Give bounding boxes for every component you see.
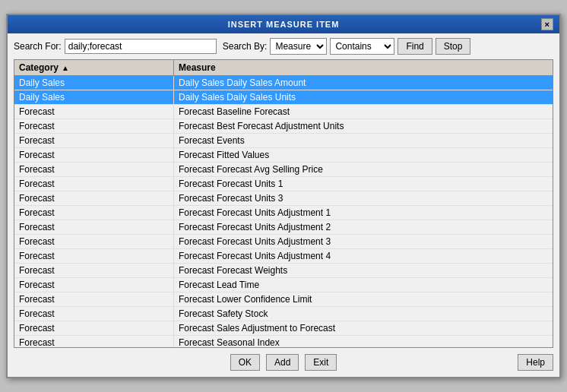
dialog-title: Insert Measure Item	[26, 20, 541, 29]
measure-cell: Forecast Lower Confidence Limit	[174, 292, 553, 306]
category-cell: Forecast	[14, 235, 174, 248]
category-cell: Forecast	[14, 278, 174, 292]
measure-cell: Forecast Forecast Units Adjustment 2	[174, 220, 553, 234]
measure-table: Category ▲ Measure Daily SalesDaily Sale…	[14, 59, 553, 348]
category-cell: Forecast	[14, 292, 174, 306]
category-cell: Forecast	[14, 191, 174, 205]
measure-cell: Forecast Best Forecast Adjustment Units	[174, 119, 553, 133]
category-cell: Forecast	[14, 249, 174, 263]
search-by-label: Search By:	[223, 41, 268, 52]
measure-cell: Forecast Forecast Units 3	[174, 191, 553, 205]
add-button[interactable]: Add	[266, 354, 299, 371]
find-button[interactable]: Find	[398, 38, 432, 55]
category-cell: Forecast	[14, 206, 174, 220]
measure-cell: Forecast Forecast Units Adjustment 4	[174, 249, 553, 263]
table-row[interactable]: ForecastForecast Lead Time	[14, 278, 553, 292]
close-button[interactable]: ×	[541, 18, 553, 30]
table-row[interactable]: ForecastForecast Forecast Units Adjustme…	[14, 220, 553, 235]
stop-button[interactable]: Stop	[436, 38, 471, 55]
table-row[interactable]: ForecastForecast Forecast Units Adjustme…	[14, 206, 553, 220]
table-row[interactable]: Daily SalesDaily Sales Daily Sales Units	[14, 90, 553, 105]
category-cell: Forecast	[14, 105, 174, 119]
category-cell: Forecast	[14, 220, 174, 234]
sort-arrow-icon: ▲	[62, 64, 69, 72]
category-cell: Forecast	[14, 336, 174, 347]
measure-cell: Forecast Baseline Forecast	[174, 105, 553, 119]
measure-cell: Daily Sales Daily Sales Amount	[174, 76, 553, 90]
category-cell: Forecast	[14, 307, 174, 321]
table-row[interactable]: ForecastForecast Forecast Units Adjustme…	[14, 235, 553, 249]
measure-cell: Forecast Fitted Values	[174, 148, 553, 162]
measure-column-header: Measure	[174, 60, 553, 75]
contains-select[interactable]: Contains Starts With Exact	[330, 38, 394, 55]
category-cell: Daily Sales	[14, 90, 174, 104]
measure-cell: Forecast Forecast Units 1	[174, 177, 553, 191]
table-row[interactable]: Daily SalesDaily Sales Daily Sales Amoun…	[14, 76, 553, 90]
measure-cell: Forecast Forecast Units Adjustment 3	[174, 235, 553, 248]
ok-button[interactable]: OK	[230, 354, 260, 371]
help-button[interactable]: Help	[518, 354, 553, 371]
category-cell: Forecast	[14, 148, 174, 162]
category-cell: Forecast	[14, 119, 174, 133]
table-body[interactable]: Daily SalesDaily Sales Daily Sales Amoun…	[14, 76, 553, 347]
measure-cell: Forecast Forecast Avg Selling Price	[174, 163, 553, 176]
table-row[interactable]: ForecastForecast Forecast Weights	[14, 264, 553, 278]
measure-cell: Forecast Seasonal Index	[174, 336, 553, 347]
table-row[interactable]: ForecastForecast Forecast Units 3	[14, 191, 553, 206]
exit-button[interactable]: Exit	[305, 354, 337, 371]
table-row[interactable]: ForecastForecast Best Forecast Adjustmen…	[14, 119, 553, 134]
table-row[interactable]: ForecastForecast Forecast Units Adjustme…	[14, 249, 553, 264]
search-input[interactable]	[65, 39, 217, 54]
search-for-label: Search For:	[14, 41, 62, 52]
table-row[interactable]: ForecastForecast Events	[14, 134, 553, 148]
table-row[interactable]: ForecastForecast Sales Adjustment to For…	[14, 321, 553, 336]
table-row[interactable]: ForecastForecast Forecast Units 1	[14, 177, 553, 191]
measure-cell: Forecast Sales Adjustment to Forecast	[174, 321, 553, 335]
category-cell: Forecast	[14, 321, 174, 335]
title-bar: Insert Measure Item ×	[8, 15, 559, 33]
measure-cell: Daily Sales Daily Sales Units	[174, 90, 553, 104]
measure-cell: Forecast Forecast Units Adjustment 1	[174, 206, 553, 220]
category-cell: Forecast	[14, 177, 174, 191]
table-row[interactable]: ForecastForecast Safety Stock	[14, 307, 553, 321]
measure-cell: Forecast Events	[174, 134, 553, 147]
table-row[interactable]: ForecastForecast Forecast Avg Selling Pr…	[14, 163, 553, 177]
measure-cell: Forecast Lead Time	[174, 278, 553, 292]
measure-cell: Forecast Forecast Weights	[174, 264, 553, 277]
measure-cell: Forecast Safety Stock	[174, 307, 553, 321]
category-cell: Forecast	[14, 264, 174, 277]
footer-row: OK Add Exit Help	[8, 348, 559, 377]
insert-measure-dialog: Insert Measure Item × Search For: Search…	[6, 14, 561, 378]
table-row[interactable]: ForecastForecast Baseline Forecast	[14, 105, 553, 119]
search-by-select[interactable]: Measure Category	[270, 38, 327, 55]
table-row[interactable]: ForecastForecast Seasonal Index	[14, 336, 553, 347]
category-column-header: Category ▲	[14, 60, 174, 75]
table-header: Category ▲ Measure	[14, 60, 553, 76]
search-row: Search For: Search By: Measure Category …	[8, 33, 559, 59]
category-cell: Forecast	[14, 134, 174, 147]
category-cell: Daily Sales	[14, 76, 174, 90]
table-row[interactable]: ForecastForecast Lower Confidence Limit	[14, 292, 553, 307]
category-cell: Forecast	[14, 163, 174, 176]
table-row[interactable]: ForecastForecast Fitted Values	[14, 148, 553, 163]
